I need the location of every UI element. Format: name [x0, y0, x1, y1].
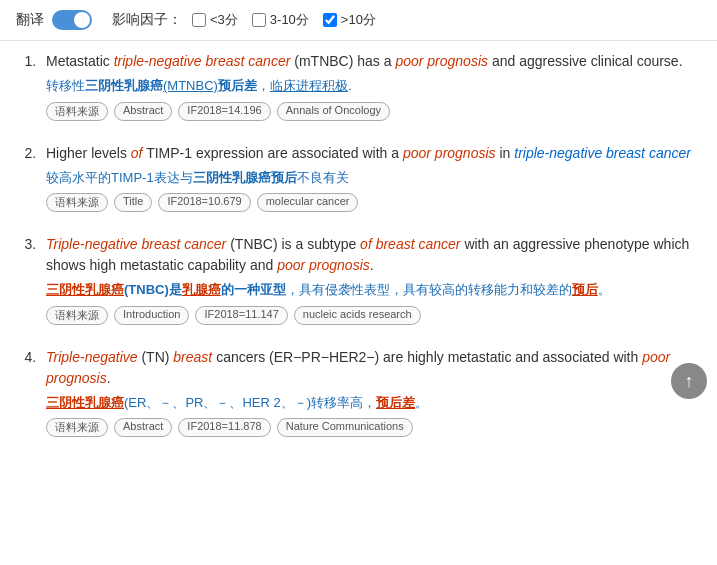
highlight-prognosis-2: poor prognosis: [403, 145, 496, 161]
highlight-breast-4: breast: [173, 349, 212, 365]
tag-source-1: 语料来源: [46, 102, 108, 121]
tags-3: 语料来源 Introduction IF2018=11.147 nucleic …: [46, 306, 701, 325]
zh-highlight-4b: 预后差: [376, 395, 415, 410]
zh-highlight-2a: 三阴性乳腺癌预后: [193, 170, 297, 185]
highlight-of-3: of breast cancer: [360, 236, 460, 252]
tag-journal-1: Annals of Oncology: [277, 102, 390, 121]
translate-toggle[interactable]: [52, 10, 92, 30]
toggle-thumb: [74, 12, 90, 28]
result-content-4: Triple-negative (TN) breast cancers (ER−…: [46, 347, 701, 438]
tags-1: 语料来源 Abstract IF2018=14.196 Annals of On…: [46, 102, 701, 121]
tag-abstract-1: Abstract: [114, 102, 172, 121]
zh-text-2: 较高水平的TIMP-1表达与三阴性乳腺癌预后不良有关: [46, 168, 701, 188]
result-item-4: Triple-negative (TN) breast cancers (ER−…: [40, 347, 701, 438]
scroll-top-button[interactable]: ↑: [671, 363, 707, 399]
scroll-top-icon: ↑: [685, 371, 694, 392]
filter-gt10-checkbox[interactable]: [323, 13, 337, 27]
tag-if-4: IF2018=11.878: [178, 418, 270, 437]
tags-2: 语料来源 Title IF2018=10.679 molecular cance…: [46, 193, 701, 212]
tag-intro-3: Introduction: [114, 306, 189, 325]
highlight-prognosis-1: poor prognosis: [395, 53, 488, 69]
filter-3-10-checkbox[interactable]: [252, 13, 266, 27]
filter-lt3-item: <3分: [192, 11, 238, 29]
zh-highlight-1b: (MTNBC): [163, 78, 218, 93]
zh-highlight-3c: 乳腺癌: [182, 282, 221, 297]
zh-highlight-4a: 三阴性乳腺癌: [46, 395, 124, 410]
translate-section: 翻译: [16, 10, 92, 30]
zh-highlight-3a: 三阴性乳腺癌: [46, 282, 124, 297]
zh-text-4: 三阴性乳腺癌(ER、－、PR、－、HER 2、－)转移率高，预后差。: [46, 393, 701, 413]
en-text-3: Triple-negative breast cancer (TNBC) is …: [46, 234, 701, 276]
tag-journal-3: nucleic acids research: [294, 306, 421, 325]
en-text-4: Triple-negative (TN) breast cancers (ER−…: [46, 347, 701, 389]
zh-highlight-3b: (TNBC)是乳腺癌的一种亚型: [124, 282, 286, 297]
tag-if-3: IF2018=11.147: [195, 306, 287, 325]
highlight-of-2: of: [131, 145, 143, 161]
filter-lt3-checkbox[interactable]: [192, 13, 206, 27]
filter-gt10-item: >10分: [323, 11, 376, 29]
zh-text-1: 转移性三阴性乳腺癌(MTNBC)预后差，临床进程积极.: [46, 76, 701, 96]
filter-3-10-item: 3-10分: [252, 11, 309, 29]
tag-source-3: 语料来源: [46, 306, 108, 325]
zh-text-3: 三阴性乳腺癌(TNBC)是乳腺癌的一种亚型，具有侵袭性表型，具有较高的转移能力和…: [46, 280, 701, 300]
tag-source-2: 语料来源: [46, 193, 108, 212]
result-content-1: Metastatic triple-negative breast cancer…: [46, 51, 701, 121]
zh-highlight-1a: 三阴性乳腺癌: [85, 78, 163, 93]
tag-abstract-4: Abstract: [114, 418, 172, 437]
result-content-2: Higher levels of TIMP-1 expression are a…: [46, 143, 701, 213]
translate-label: 翻译: [16, 11, 44, 29]
zh-highlight-1d: 临床进程积极: [270, 78, 348, 93]
results-list: Metastatic triple-negative breast cancer…: [0, 41, 717, 479]
result-content-3: Triple-negative breast cancer (TNBC) is …: [46, 234, 701, 325]
tag-journal-4: Nature Communications: [277, 418, 413, 437]
tag-if-2: IF2018=10.679: [158, 193, 250, 212]
filter-lt3-label[interactable]: <3分: [210, 11, 238, 29]
en-text-1: Metastatic triple-negative breast cancer…: [46, 51, 701, 72]
result-item-3: Triple-negative breast cancer (TNBC) is …: [40, 234, 701, 325]
tag-journal-2: molecular cancer: [257, 193, 359, 212]
highlight-tn-4: Triple-negative: [46, 349, 138, 365]
result-item-1: Metastatic triple-negative breast cancer…: [40, 51, 701, 121]
filter-3-10-label[interactable]: 3-10分: [270, 11, 309, 29]
toggle-track[interactable]: [52, 10, 92, 30]
zh-highlight-1c: 预后差: [218, 78, 257, 93]
tags-4: 语料来源 Abstract IF2018=11.878 Nature Commu…: [46, 418, 701, 437]
highlight-tnbc-1: triple-negative breast cancer: [114, 53, 291, 69]
highlight-tnbc-3: Triple-negative breast cancer: [46, 236, 226, 252]
tag-source-4: 语料来源: [46, 418, 108, 437]
zh-highlight-3d: 预后: [572, 282, 598, 297]
highlight-tnbc-2: triple-negative breast cancer: [514, 145, 691, 161]
influence-label: 影响因子：: [112, 11, 182, 29]
en-text-2: Higher levels of TIMP-1 expression are a…: [46, 143, 701, 164]
toolbar: 翻译 影响因子： <3分 3-10分 >10分: [0, 0, 717, 41]
result-item-2: Higher levels of TIMP-1 expression are a…: [40, 143, 701, 213]
highlight-prognosis-3: poor prognosis: [277, 257, 370, 273]
highlight-prognosis-4: poor prognosis: [46, 349, 670, 386]
filter-section: 影响因子： <3分 3-10分 >10分: [112, 11, 384, 29]
filter-gt10-label[interactable]: >10分: [341, 11, 376, 29]
tag-title-2: Title: [114, 193, 152, 212]
tag-if-1: IF2018=14.196: [178, 102, 270, 121]
